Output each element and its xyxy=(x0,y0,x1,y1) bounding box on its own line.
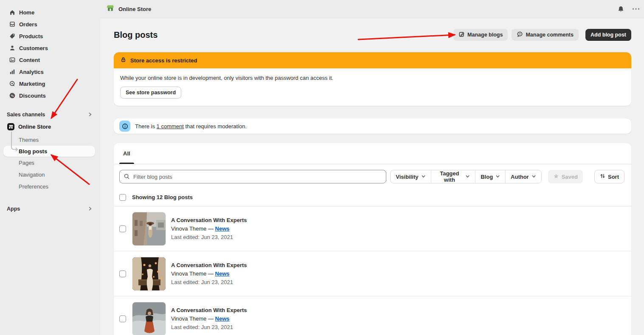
moderation-message: There is 1 comment that requires moderat… xyxy=(135,123,247,129)
orders-icon xyxy=(8,21,16,28)
tabs-row: All xyxy=(114,143,631,164)
sidebar-item-label: Products xyxy=(19,33,43,39)
themes-label: Themes xyxy=(19,137,39,143)
manage-blogs-label: Manage blogs xyxy=(467,32,503,38)
sidebar-item-label: Orders xyxy=(19,21,37,28)
post-theme-label: Vinova Theme — xyxy=(171,315,215,322)
star-icon xyxy=(553,173,559,180)
sidebar-item-home[interactable]: Home xyxy=(0,6,100,18)
filter-row: Visibility Tagged with Blog Author xyxy=(114,164,631,189)
author-dropdown[interactable]: Author xyxy=(506,170,541,183)
post-title: A Conversation With Experts xyxy=(171,216,247,225)
sidebar-section-apps[interactable]: Apps xyxy=(0,203,100,214)
topbar-breadcrumb[interactable]: Online Store xyxy=(106,4,151,14)
topbar-title: Online Store xyxy=(118,6,151,12)
edit-compose-icon xyxy=(458,31,465,39)
news-blog-link[interactable]: News xyxy=(215,315,230,322)
post-title: A Conversation With Experts xyxy=(171,261,247,270)
row-checkbox[interactable] xyxy=(119,225,126,232)
sidebar-item-discounts[interactable]: % Discounts xyxy=(0,90,100,101)
discounts-icon: % xyxy=(8,92,16,99)
sidebar-item-label: Discounts xyxy=(19,93,46,99)
see-store-password-label: See store password xyxy=(126,90,176,96)
manage-comments-button[interactable]: Manage comments xyxy=(512,29,579,41)
sidebar-item-customers[interactable]: Customers xyxy=(0,42,100,54)
visibility-label: Visibility xyxy=(396,174,418,180)
svg-text:%: % xyxy=(11,94,14,98)
one-comment-link[interactable]: 1 comment xyxy=(157,123,184,129)
sidebar-item-label: Marketing xyxy=(19,81,45,87)
navigation-label: Navigation xyxy=(19,172,45,178)
banner-header: Store access is restricted xyxy=(114,52,631,68)
blog-post-row[interactable]: A Conversation With Experts Vinova Theme… xyxy=(114,251,631,296)
online-store-green-icon xyxy=(106,4,115,14)
more-options-ellipsis-icon[interactable] xyxy=(631,7,641,11)
post-title: A Conversation With Experts xyxy=(171,306,247,315)
sidebar-item-analytics[interactable]: Analytics xyxy=(0,66,100,78)
manage-blogs-button[interactable]: Manage blogs xyxy=(453,29,508,41)
apps-label: Apps xyxy=(7,206,20,212)
blog-post-row[interactable]: A Conversation With Experts Vinova Theme… xyxy=(114,206,631,251)
news-blog-link[interactable]: News xyxy=(215,225,230,232)
sidebar-item-orders[interactable]: Orders xyxy=(0,18,100,30)
sidebar-item-marketing[interactable]: Marketing xyxy=(0,78,100,90)
manage-comments-label: Manage comments xyxy=(526,32,574,38)
sort-arrows-icon xyxy=(600,173,605,180)
news-blog-link[interactable]: News xyxy=(215,270,230,277)
post-last-edited: Last edited: Jun 23, 2021 xyxy=(171,278,247,287)
sidebar-section-sales-channels[interactable]: Sales channels xyxy=(0,109,100,120)
shopify-admin-page: Home Orders Products Customers Content A… xyxy=(0,0,644,335)
filter-blog-posts-input[interactable] xyxy=(119,170,386,183)
add-blog-post-label: Add blog post xyxy=(591,32,626,38)
topbar: Online Store xyxy=(100,0,644,18)
chevron-right-icon xyxy=(88,205,93,213)
info-icon xyxy=(119,121,130,132)
comment-bubble-icon xyxy=(517,31,523,39)
post-theme-label: Vinova Theme — xyxy=(171,225,215,232)
sidebar-item-blog-posts[interactable]: Blog posts xyxy=(3,146,95,157)
sidebar-item-navigation[interactable]: Navigation xyxy=(0,169,100,180)
sort-button[interactable]: Sort xyxy=(594,170,624,183)
sidebar-item-pages[interactable]: Pages xyxy=(0,157,100,169)
marketing-icon xyxy=(8,80,16,87)
page-header: Blog posts Manage blogs Manage comments … xyxy=(114,29,631,41)
products-icon xyxy=(8,33,16,40)
tagged-with-dropdown[interactable]: Tagged with xyxy=(431,170,476,183)
row-checkbox[interactable] xyxy=(119,315,126,322)
notifications-bell-icon[interactable] xyxy=(616,5,625,14)
see-store-password-button[interactable]: See store password xyxy=(120,87,181,99)
sidebar-item-content[interactable]: Content xyxy=(0,54,100,66)
add-blog-post-button[interactable]: Add blog post xyxy=(585,29,631,41)
lock-icon xyxy=(120,56,127,65)
search-box xyxy=(119,170,386,183)
sidebar-item-label: Customers xyxy=(19,45,48,51)
sidebar-item-products[interactable]: Products xyxy=(0,30,100,42)
row-checkbox[interactable] xyxy=(119,270,126,277)
moderation-suffix: that requires moderation. xyxy=(184,123,247,129)
moderation-prefix: There is xyxy=(135,123,157,129)
sidebar-item-label: Content xyxy=(19,57,40,63)
visibility-dropdown[interactable]: Visibility xyxy=(391,170,431,183)
chevron-down-icon xyxy=(532,174,536,180)
sales-channels-label: Sales channels xyxy=(7,112,45,118)
banner-title: Store access is restricted xyxy=(130,57,197,64)
list-summary-label: Showing 12 Blog posts xyxy=(132,194,193,200)
blog-dropdown[interactable]: Blog xyxy=(475,170,506,183)
chevron-right-icon xyxy=(88,111,93,118)
blog-posts-label: Blog posts xyxy=(19,148,47,155)
post-meta: Vinova Theme — News xyxy=(171,315,247,323)
select-all-checkbox[interactable] xyxy=(119,194,126,201)
tab-all[interactable]: All xyxy=(119,143,134,164)
sidebar: Home Orders Products Customers Content A… xyxy=(0,0,100,335)
saved-button[interactable]: Saved xyxy=(548,170,583,183)
blog-post-row[interactable]: A Conversation With Experts Vinova Theme… xyxy=(114,296,631,335)
sidebar-item-online-store[interactable]: Online Store xyxy=(0,120,100,133)
sort-label: Sort xyxy=(608,174,619,180)
sidebar-item-label: Home xyxy=(19,9,34,16)
post-thumbnail xyxy=(132,302,166,335)
chevron-down-icon xyxy=(421,174,426,180)
sidebar-item-preferences[interactable]: Preferences xyxy=(0,180,100,192)
post-meta: Vinova Theme — News xyxy=(171,270,247,278)
post-meta: Vinova Theme — News xyxy=(171,225,247,233)
sidebar-item-themes[interactable]: Themes xyxy=(0,134,100,146)
